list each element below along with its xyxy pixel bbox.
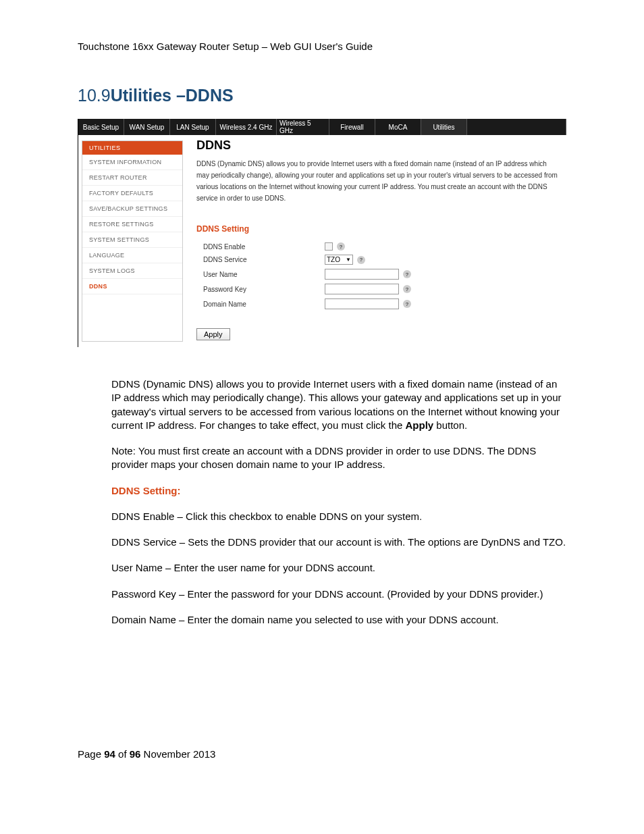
ddns-setting-header: DDNS Setting <box>196 224 560 234</box>
sidebar: UTILITIES SYSTEM INFORMATION RESTART ROU… <box>82 140 183 342</box>
label-ddns-enable: DDNS Enable <box>196 243 325 251</box>
sidebar-item-language[interactable]: LANGUAGE <box>82 248 182 263</box>
router-screenshot: Basic Setup WAN Setup LAN Setup Wireless… <box>78 119 566 347</box>
chevron-down-icon: ▼ <box>346 257 351 263</box>
sidebar-item-restart[interactable]: RESTART ROUTER <box>82 170 182 186</box>
help-icon[interactable]: ? <box>337 242 345 251</box>
paragraph-3: DDNS Enable – Click this checkbox to ena… <box>111 510 566 523</box>
paragraph-4: DDNS Service – Sets the DDNS provider th… <box>111 536 566 549</box>
label-domain: Domain Name <box>196 301 325 308</box>
paragraph-7: Domain Name – Enter the domain name you … <box>111 613 566 627</box>
help-icon[interactable]: ? <box>403 285 411 293</box>
sidebar-item-save[interactable]: SAVE/BACKUP SETTINGS <box>82 201 182 217</box>
tab-wireless-24[interactable]: Wireless 2.4 GHz <box>216 119 277 135</box>
sidebar-item-sysinfo[interactable]: SYSTEM INFORMATION <box>82 155 182 170</box>
tab-basic-setup[interactable]: Basic Setup <box>78 119 124 135</box>
label-username: User Name <box>196 271 325 278</box>
tab-lan-setup[interactable]: LAN Setup <box>170 119 216 135</box>
section-number: 10.9 <box>78 86 111 105</box>
sidebar-header: UTILITIES <box>82 141 182 155</box>
apply-button[interactable]: Apply <box>196 328 230 340</box>
tab-utilities[interactable]: Utilities <box>421 119 467 135</box>
label-password: Password Key <box>196 286 325 293</box>
row-ddns-enable: DDNS Enable ? <box>196 240 560 253</box>
sidebar-item-syslogs[interactable]: SYSTEM LOGS <box>82 263 182 279</box>
username-input[interactable] <box>325 269 399 280</box>
password-input[interactable] <box>325 284 399 294</box>
paragraph-1: DDNS (Dynamic DNS) allows you to provide… <box>111 377 566 432</box>
main-panel: DDNS DDNS (Dynamic DNS) allows you to pr… <box>183 135 566 347</box>
row-ddns-service: DDNS Service TZO ▼ ? <box>196 253 560 267</box>
sidebar-item-ddns[interactable]: DDNS <box>82 279 182 294</box>
panel-description: DDNS (Dynamic DNS) allows you to provide… <box>196 158 560 204</box>
page-header: Touchstone 16xx Gateway Router Setup – W… <box>78 41 566 52</box>
label-ddns-service: DDNS Service <box>196 256 325 263</box>
ddns-service-select[interactable]: TZO ▼ <box>325 255 353 265</box>
help-icon[interactable]: ? <box>403 300 411 308</box>
select-value: TZO <box>327 256 340 263</box>
paragraph-2: Note: You must first create an account w… <box>111 444 566 472</box>
tab-bar: Basic Setup WAN Setup LAN Setup Wireless… <box>78 119 566 135</box>
page-footer: Page 94 of 96 November 2013 <box>78 748 566 760</box>
help-icon[interactable]: ? <box>357 256 365 264</box>
document-body: DDNS (Dynamic DNS) allows you to provide… <box>78 377 566 627</box>
tab-moca[interactable]: MoCA <box>375 119 421 135</box>
section-title: 10.9Utilities –DDNS <box>78 86 566 105</box>
paragraph-6: Password Key – Enter the password for yo… <box>111 588 566 601</box>
tab-firewall[interactable]: Firewall <box>329 119 375 135</box>
tab-wireless-5[interactable]: Wireless 5 GHz <box>277 119 329 135</box>
sidebar-item-syssettings[interactable]: SYSTEM SETTINGS <box>82 232 182 248</box>
sidebar-item-restore[interactable]: RESTORE SETTINGS <box>82 217 182 232</box>
ddns-setting-subheader: DDNS Setting: <box>111 484 566 498</box>
row-username: User Name ? <box>196 267 560 282</box>
section-name: Utilities –DDNS <box>111 86 234 105</box>
tab-wan-setup[interactable]: WAN Setup <box>124 119 170 135</box>
sidebar-item-factory[interactable]: FACTORY DEFAULTS <box>82 186 182 201</box>
ddns-enable-checkbox[interactable] <box>325 242 333 251</box>
row-domain: Domain Name ? <box>196 296 560 311</box>
help-icon[interactable]: ? <box>403 270 411 278</box>
domain-input[interactable] <box>325 298 399 309</box>
paragraph-5: User Name – Enter the user name for your… <box>111 561 566 575</box>
row-password: Password Key ? <box>196 282 560 296</box>
tab-blank <box>467 119 566 135</box>
panel-title: DDNS <box>196 138 560 153</box>
